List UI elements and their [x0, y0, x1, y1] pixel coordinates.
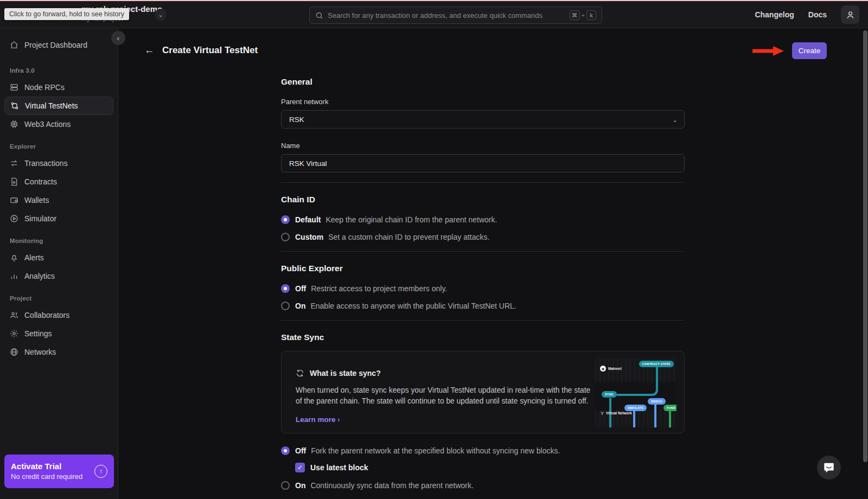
radio-desc: Set a custom chain ID to prevent replay …	[328, 233, 489, 241]
state-sync-info-card: What is state sync? When turned on, stat…	[281, 351, 685, 433]
sidebar-item-contracts[interactable]: Contracts	[4, 172, 113, 191]
global-search[interactable]: ⌘ + k	[309, 7, 602, 24]
sidebar-item-wallets[interactable]: Wallets	[4, 191, 113, 209]
chip-icon	[10, 120, 18, 129]
sidebar-item-label: Transactions	[24, 159, 68, 168]
radio-selected-icon[interactable]	[281, 284, 290, 293]
topbar: my-rsk-project-demo my-rsk-project ⌄ ⌘ +…	[0, 1, 868, 28]
radio-label: Off	[295, 446, 306, 455]
globe-icon	[10, 348, 18, 356]
docs-link[interactable]: Docs	[808, 10, 827, 19]
sidebar-item-transactions[interactable]: Transactions	[4, 154, 113, 172]
radio-unselected-icon[interactable]	[281, 233, 290, 241]
trial-title: Activate Trial	[11, 461, 94, 472]
radio-label: On	[295, 481, 305, 490]
chat-widget-button[interactable]	[817, 456, 841, 479]
network-fork-icon	[10, 101, 19, 110]
chain-id-option-default[interactable]: Default Keep the original chain ID from …	[281, 215, 685, 224]
chain-id-heading: Chain ID	[281, 195, 685, 204]
use-latest-block-row[interactable]: ✓ Use latest block	[295, 463, 685, 472]
sidebar-item-label: Collaborators	[24, 311, 69, 319]
sidebar-collapse-button[interactable]: ‹	[111, 31, 125, 45]
changelog-link[interactable]: Changelog	[755, 10, 794, 19]
radio-label: On	[295, 302, 305, 310]
chat-bubble-icon	[823, 462, 835, 474]
activate-trial-banner[interactable]: Activate Trial No credit card required ↑	[4, 455, 114, 488]
parent-network-select[interactable]: RSK ⌄	[281, 110, 685, 129]
name-label: Name	[281, 142, 685, 150]
transfer-arrows-icon	[10, 159, 18, 168]
shortcut-cmd-key: ⌘	[570, 10, 580, 20]
chain-id-option-custom[interactable]: Custom Set a custom chain ID to prevent …	[281, 233, 685, 241]
sidebar-item-label: Virtual TestNets	[25, 101, 78, 110]
sidebar-item-alerts[interactable]: Alerts	[4, 248, 113, 267]
sidebar-item-simulator[interactable]: Simulator	[4, 209, 113, 228]
state-sync-option-on[interactable]: On Continuously sync data from the paren…	[281, 481, 685, 490]
search-input[interactable]	[328, 11, 570, 20]
annotation-red-arrow	[751, 46, 784, 56]
mainnet-label: Mainnet	[608, 367, 622, 370]
public-explorer-option-off[interactable]: Off Restrict access to project members o…	[281, 284, 685, 293]
sidebar-item-label: Wallets	[24, 196, 49, 204]
divider	[281, 320, 685, 321]
radio-unselected-icon[interactable]	[281, 481, 290, 490]
sidebar-item-label: Networks	[24, 348, 56, 356]
virtual-network-icon	[600, 411, 604, 415]
divider	[281, 182, 685, 183]
name-input[interactable]	[281, 154, 685, 172]
create-button[interactable]: Create	[792, 42, 827, 59]
account-button[interactable]	[841, 5, 859, 24]
users-icon	[10, 311, 18, 319]
radio-desc: Enable access to anyone with the public …	[310, 302, 516, 310]
sync-icon	[296, 369, 304, 378]
state-sync-illustration: ◆ Mainnet CONTRACT STATE SYNC SIMULATE D…	[595, 358, 676, 427]
sidebar-item-virtual-testnets[interactable]: Virtual TestNets	[4, 97, 113, 115]
radio-selected-icon[interactable]	[281, 446, 290, 455]
back-button[interactable]: ←	[144, 44, 154, 56]
page-header: ← Create Virtual TestNet Create	[118, 28, 868, 72]
browser-tooltip: Click to go forward, hold to see history	[4, 8, 129, 20]
sidebar-item-label: Project Dashboard	[24, 41, 87, 49]
create-form: General Parent network RSK ⌄ Name Chain …	[281, 72, 685, 499]
fund-badge: FUND	[663, 405, 676, 411]
play-circle-icon	[10, 214, 18, 223]
sidebar-item-project-dashboard[interactable]: Project Dashboard	[4, 36, 113, 54]
divider	[281, 251, 685, 252]
radio-selected-icon[interactable]	[281, 215, 290, 224]
radio-unselected-icon[interactable]	[281, 302, 290, 310]
general-heading: General	[281, 77, 685, 87]
radio-desc: Fork the parent network at the specified…	[311, 446, 560, 455]
public-explorer-heading: Public Explorer	[281, 264, 685, 273]
state-sync-option-off[interactable]: Off Fork the parent network at the speci…	[281, 446, 685, 455]
radio-label: Default	[295, 215, 321, 224]
sidebar-item-collaborators[interactable]: Collaborators	[4, 306, 113, 324]
state-sync-info-title: What is state sync?	[310, 369, 381, 378]
arrow-up-circle-icon: ↑	[94, 465, 107, 478]
shortcut-k-key: k	[586, 10, 596, 20]
checkbox-label: Use latest block	[310, 463, 368, 472]
sidebar-item-label: Contracts	[24, 177, 57, 186]
sidebar-item-settings[interactable]: Settings	[4, 324, 113, 343]
project-chevron-down-icon[interactable]: ⌄	[155, 9, 167, 21]
mainnet-icon: ◆	[600, 366, 606, 372]
sidebar-item-networks[interactable]: Networks	[4, 343, 113, 361]
sidebar-item-web3-actions[interactable]: Web3 Actions	[4, 115, 113, 133]
learn-more-label: Learn more	[296, 415, 336, 424]
sidebar-item-analytics[interactable]: Analytics	[4, 267, 113, 285]
home-icon	[10, 41, 18, 49]
sidebar-section-infra: Infra 3.0	[10, 67, 113, 74]
bell-icon	[10, 253, 18, 262]
shortcut-plus: +	[582, 12, 585, 18]
sync-badge: SYNC	[602, 391, 617, 398]
parent-network-label: Parent network	[281, 98, 685, 106]
public-explorer-option-on[interactable]: On Enable access to anyone with the publ…	[281, 302, 685, 310]
state-sync-heading: State Sync	[281, 332, 685, 342]
server-icon	[10, 83, 18, 92]
parent-network-value: RSK	[289, 116, 304, 124]
checkbox-checked-icon[interactable]: ✓	[295, 463, 305, 472]
state-sync-info-body: When turned on, state sync keeps your Vi…	[296, 385, 593, 407]
page-scrollbar[interactable]	[863, 30, 867, 462]
search-icon	[315, 11, 323, 20]
sidebar-item-node-rpcs[interactable]: Node RPCs	[4, 78, 113, 97]
sidebar-item-label: Simulator	[24, 214, 56, 223]
